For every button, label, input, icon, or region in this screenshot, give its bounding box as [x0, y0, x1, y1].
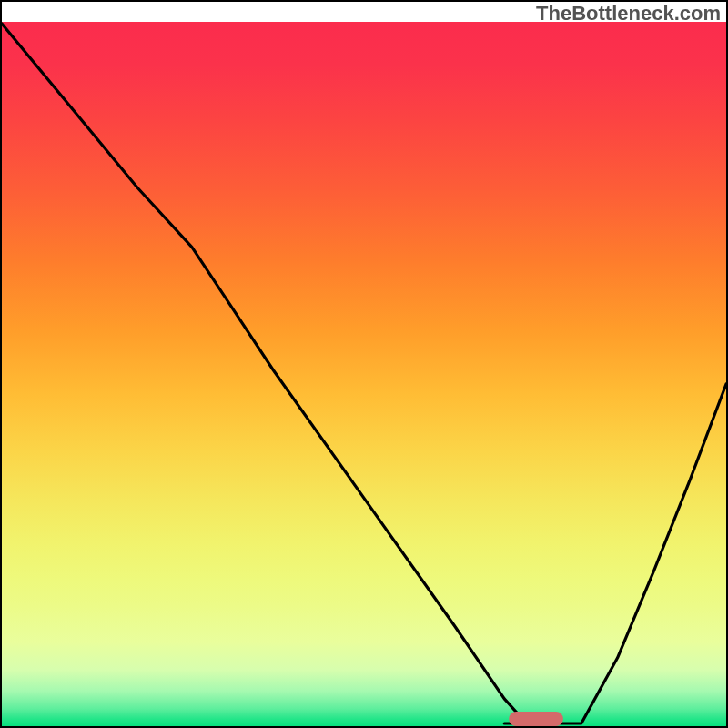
bottleneck-curve	[2, 24, 726, 723]
chart-frame: TheBottleneck.com	[0, 0, 728, 728]
plot-area	[2, 22, 726, 726]
watermark-label: TheBottleneck.com	[536, 4, 721, 24]
optimal-marker	[509, 712, 563, 726]
curve-layer	[2, 22, 726, 726]
